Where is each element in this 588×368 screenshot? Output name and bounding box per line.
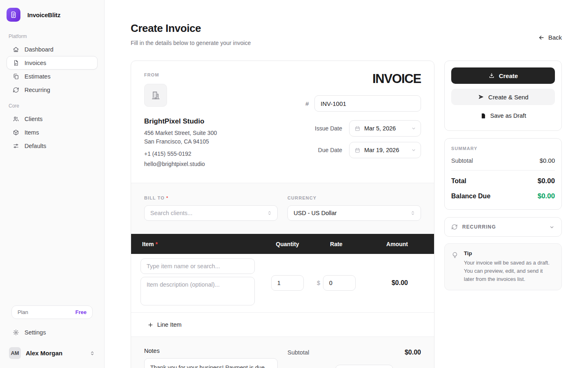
sidebar-item-clients[interactable]: Clients xyxy=(7,112,98,126)
sidebar-item-estimates[interactable]: Estimates xyxy=(7,70,98,83)
arrow-left-icon xyxy=(538,34,545,41)
notes-input[interactable]: Thank you for your business! Payment is … xyxy=(144,358,278,368)
discount-input[interactable] xyxy=(335,365,393,368)
currency-symbol: $ xyxy=(317,280,320,286)
sidebar-item-label: Recurring xyxy=(24,87,50,93)
page-title: Create Invoice xyxy=(131,22,251,35)
sidebar-item-label: Settings xyxy=(24,329,46,336)
add-line-row: Line Item xyxy=(131,312,434,337)
summary-balance-label: Balance Due xyxy=(451,193,490,200)
subtotal-label: Subtotal xyxy=(287,349,309,356)
calendar-icon xyxy=(354,126,361,132)
create-and-send-button[interactable]: Create & Send xyxy=(451,89,555,105)
save-as-draft-button[interactable]: Save as Draft xyxy=(451,108,555,124)
sidebar-item-dashboard[interactable]: Dashboard xyxy=(7,43,98,56)
plan-badge: Free xyxy=(76,309,87,315)
send-icon xyxy=(478,94,484,100)
brand: InvoiceBlitz xyxy=(7,7,98,23)
sidebar: InvoiceBlitz Platform Dashboard Invoices… xyxy=(0,0,105,368)
invoice-wordmark: INVOICE xyxy=(305,72,421,85)
page-header: Create Invoice Fill in the details below… xyxy=(131,22,562,46)
chevron-down-icon xyxy=(411,126,416,131)
recurring-panel-toggle[interactable]: RECURRING xyxy=(444,217,562,237)
company-logo-upload[interactable] xyxy=(144,84,167,107)
billto-section: BILL TO * Search clients... CURRENCY USD… xyxy=(131,183,434,234)
sidebar-item-invoices[interactable]: Invoices xyxy=(7,56,98,70)
due-date-label: Due Date xyxy=(305,147,349,153)
issue-date-value: Mar 5, 2026 xyxy=(364,125,407,132)
quantity-input[interactable] xyxy=(271,275,304,291)
currency-select[interactable]: USD - US Dollar xyxy=(287,205,421,221)
billto-label: BILL TO * xyxy=(144,195,169,200)
sidebar-item-label: Items xyxy=(24,129,39,136)
sidebar-item-label: Dashboard xyxy=(24,46,53,53)
sidebar-item-recurring[interactable]: Recurring xyxy=(7,83,98,96)
notes-totals-section: Notes Thank you for your business! Payme… xyxy=(131,337,434,368)
sidebar-item-items[interactable]: Items xyxy=(7,126,98,139)
refresh-icon xyxy=(13,87,19,93)
user-menu[interactable]: AM Alex Morgan xyxy=(7,345,98,361)
col-amount: Amount xyxy=(356,241,408,247)
sidebar-item-label: Estimates xyxy=(24,73,51,80)
from-label: FROM xyxy=(144,72,217,77)
gear-icon xyxy=(13,329,19,336)
invoice-number-input[interactable] xyxy=(314,95,421,112)
item-name-input[interactable] xyxy=(140,258,255,274)
notes-label: Notes xyxy=(144,348,278,354)
sidebar-spacer xyxy=(7,153,98,305)
download-icon xyxy=(488,72,495,79)
tip-body: Your invoice will be saved as a draft. Y… xyxy=(464,259,550,283)
tip-card: Tip Your invoice will be saved as a draf… xyxy=(444,243,562,290)
sidebar-item-settings[interactable]: Settings xyxy=(7,325,98,339)
plan-card[interactable]: Plan Free xyxy=(11,305,93,319)
sliders-icon xyxy=(13,143,19,149)
chevron-down-icon xyxy=(411,147,416,153)
sidebar-item-defaults[interactable]: Defaults xyxy=(7,139,98,153)
summary-card: SUMMARY Subtotal $0.00 Total $0.00 Balan… xyxy=(444,138,562,210)
issue-date-label: Issue Date xyxy=(305,125,349,132)
building-icon xyxy=(150,90,161,101)
summary-subtotal-label: Subtotal xyxy=(451,157,473,164)
back-button[interactable]: Back xyxy=(538,29,562,46)
rate-input[interactable] xyxy=(323,275,356,291)
summary-subtotal-value: $0.00 xyxy=(539,157,555,164)
company-phone: +1 (415) 555-0192 xyxy=(144,150,217,157)
user-name: Alex Morgan xyxy=(26,350,85,357)
company-name: BrightPixel Studio xyxy=(144,117,217,126)
plan-label: Plan xyxy=(18,309,28,315)
due-date-picker[interactable]: Mar 19, 2026 xyxy=(349,142,421,158)
actions-card: Create Create & Send Save as Draft xyxy=(444,61,562,131)
right-rail: Create Create & Send Save as Draft SUMMA… xyxy=(444,61,562,290)
create-button[interactable]: Create xyxy=(451,67,555,84)
item-description-input[interactable] xyxy=(140,277,255,305)
box-icon xyxy=(13,129,19,136)
due-date-value: Mar 19, 2026 xyxy=(364,147,407,153)
line-amount: $0.00 xyxy=(356,279,408,287)
line-item-row: $ $0.00 xyxy=(131,254,434,312)
add-line-item-button[interactable]: Line Item xyxy=(131,318,182,331)
subtotal-value: $0.00 xyxy=(405,349,421,356)
from-section: FROM BrightPixel Studio 456 Market Stree… xyxy=(131,61,434,183)
client-select-placeholder: Search clients... xyxy=(150,210,267,216)
invoice-file-icon xyxy=(13,60,19,66)
home-icon xyxy=(13,46,19,53)
avatar: AM xyxy=(9,347,21,359)
add-line-label: Line Item xyxy=(157,321,182,328)
issue-date-picker[interactable]: Mar 5, 2026 xyxy=(349,120,421,137)
line-items-table-header: Item * Quantity Rate Amount xyxy=(131,234,434,254)
currency-label: CURRENCY xyxy=(287,195,316,200)
client-select[interactable]: Search clients... xyxy=(144,205,278,221)
sidebar-item-label: Invoices xyxy=(24,60,46,66)
required-asterisk: * xyxy=(166,195,168,200)
calendar-icon xyxy=(354,147,361,153)
sidebar-item-label: Defaults xyxy=(24,143,46,149)
refresh-icon xyxy=(451,224,458,230)
selector-icon xyxy=(89,350,95,356)
lightbulb-icon xyxy=(451,251,459,283)
company-address: 456 Market Street, Suite 300 San Francis… xyxy=(144,129,217,146)
users-icon xyxy=(13,116,19,122)
col-item: Item * xyxy=(140,241,255,247)
summary-title: SUMMARY xyxy=(451,146,555,151)
plus-icon xyxy=(147,322,154,328)
currency-select-value: USD - US Dollar xyxy=(294,210,410,216)
